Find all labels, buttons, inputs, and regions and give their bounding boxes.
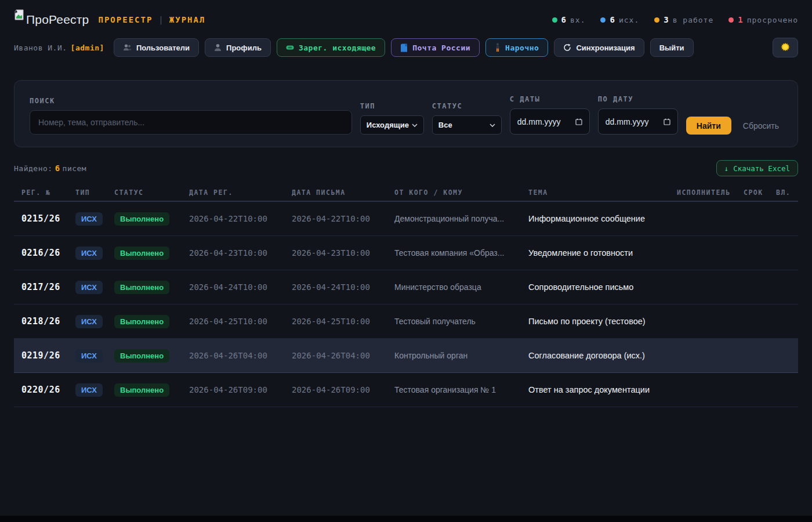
results-bar: Найдено:6писем ↓ Скачать Excel [14, 160, 798, 176]
type-badge: ИСХ [75, 349, 103, 362]
type-select-value: Исходящие [367, 121, 409, 129]
type-cell: ИСХ [75, 246, 114, 260]
calendar-icon [575, 118, 582, 125]
date-reg-cell: 2026-04-22T10:00 [189, 214, 292, 223]
date-letter-cell: 2026-04-26T09:00 [292, 385, 394, 394]
reset-button[interactable]: Сбросить [740, 117, 782, 135]
found-value: 6 [55, 164, 60, 173]
filter-panel: ПОИСК ТИП Исходящие СТАТУС Все С ДАТЫ [14, 80, 798, 147]
outgoing-capsule-icon [286, 45, 294, 50]
profile-button-label: Профиль [226, 44, 262, 52]
chevron-down-icon [412, 124, 418, 127]
blue-dot-icon [600, 17, 606, 23]
type-cell: ИСХ [75, 315, 114, 328]
table-row[interactable]: 0218/26 ИСХ Выполнено 2026-04-25T10:00 2… [14, 304, 798, 339]
header: ПроРеестр ПРОРЕЕСТР | ЖУРНАЛ 6 вх. 6 исх… [0, 0, 812, 29]
date-letter-cell: 2026-04-25T10:00 [292, 317, 394, 326]
status-cell: Выполнено [114, 246, 189, 260]
counter-outgoing-value: 6 [610, 15, 614, 24]
date-letter-cell: 2026-04-23T10:00 [292, 248, 394, 258]
register-outgoing-button[interactable]: Зарег. исходящее [277, 38, 385, 57]
table-row[interactable]: 0217/26 ИСХ Выполнено 2026-04-24T10:00 2… [14, 270, 798, 304]
date-to-value: dd.mm.yyyy [606, 117, 649, 126]
profile-button[interactable]: Профиль [205, 38, 271, 57]
status-select[interactable]: Все [432, 115, 502, 135]
users-button[interactable]: Пользователи [114, 38, 199, 57]
status-cell: Выполнено [114, 281, 189, 294]
type-cell: ИСХ [75, 281, 114, 294]
counter-outgoing-label: исх. [619, 16, 639, 24]
type-cell: ИСХ [75, 349, 114, 362]
reg-number-cell: 0216/26 [21, 248, 75, 258]
header-reg-number: РЕГ. № [21, 188, 75, 197]
search-input[interactable] [30, 110, 352, 135]
subject-cell: Сопроводительное письмо [528, 282, 677, 292]
table-body: 0215/26 ИСХ Выполнено 2026-04-22T10:00 2… [14, 202, 798, 407]
from-to-cell: Контрольный орган [394, 351, 528, 360]
table-row[interactable]: 0219/26 ИСХ Выполнено 2026-04-26T04:00 2… [14, 339, 798, 373]
subject-cell: Информационное сообщение [528, 214, 677, 223]
chevron-down-icon [490, 124, 495, 127]
theme-toggle-button[interactable] [773, 38, 798, 57]
toolbar: Иванов И.И.[admin] Пользователи Профиль … [0, 37, 812, 58]
counter-in-progress-label: в работе [673, 16, 714, 24]
users-button-label: Пользователи [136, 44, 190, 52]
counter-incoming: 6 вх. [552, 15, 586, 24]
sync-icon [563, 44, 571, 52]
counter-outgoing: 6 исх. [600, 15, 639, 24]
date-to-label: ПО ДАТУ [598, 95, 678, 103]
reg-number-cell: 0220/26 [21, 385, 75, 395]
find-button[interactable]: Найти [686, 117, 731, 135]
header-executor: ИСПОЛНИТЕЛЬ [677, 188, 744, 197]
date-from-input[interactable]: dd.mm.yyyy [510, 108, 590, 135]
sync-button-label: Синхронизация [576, 44, 635, 52]
table-header: РЕГ. № ТИП СТАТУС ДАТА РЕГ. ДАТА ПИСЬМА … [14, 184, 798, 202]
brand-separator: | [158, 15, 163, 24]
russian-post-button[interactable]: Почта России [391, 38, 480, 57]
type-label: ТИП [360, 102, 424, 110]
header-attachment: ВЛ. [776, 188, 798, 197]
counter-overdue-value: 1 [738, 15, 742, 24]
date-letter-cell: 2026-04-24T10:00 [292, 282, 394, 292]
reg-number-cell: 0218/26 [21, 316, 75, 327]
date-letter-cell: 2026-04-26T04:00 [292, 351, 394, 360]
brand: ПроРеестр ПРОРЕЕСТР | ЖУРНАЛ [14, 13, 205, 27]
date-reg-cell: 2026-04-26T09:00 [189, 385, 292, 394]
from-to-cell: Министерство образца [394, 282, 528, 292]
status-badge: Выполнено [114, 212, 169, 226]
type-badge: ИСХ [75, 281, 103, 294]
header-status: СТАТУС [114, 188, 189, 197]
status-badge: Выполнено [114, 246, 169, 260]
courier-person-icon [495, 43, 501, 52]
subject-cell: Согласование договора (исх.) [528, 351, 677, 360]
logout-button[interactable]: Выйти [650, 38, 694, 57]
reg-number-cell: 0219/26 [21, 350, 75, 361]
table-row[interactable]: 0215/26 ИСХ Выполнено 2026-04-22T10:00 2… [14, 202, 798, 236]
status-badge: Выполнено [114, 383, 169, 397]
app-root: ПроРеестр ПРОРЕЕСТР | ЖУРНАЛ 6 вх. 6 исх… [0, 0, 812, 516]
date-letter-cell: 2026-04-22T10:00 [292, 214, 394, 223]
courier-label: Нарочно [505, 44, 539, 52]
export-excel-button[interactable]: ↓ Скачать Excel [716, 160, 798, 176]
status-cell: Выполнено [114, 383, 189, 397]
status-badge: Выполнено [114, 315, 169, 328]
status-label: СТАТУС [432, 102, 502, 110]
type-badge: ИСХ [75, 246, 103, 260]
type-cell: ИСХ [75, 212, 114, 226]
table-row[interactable]: 0220/26 ИСХ Выполнено 2026-04-26T09:00 2… [14, 373, 798, 407]
header-type: ТИП [75, 188, 114, 197]
reg-number-cell: 0217/26 [21, 282, 75, 292]
date-to-input[interactable]: dd.mm.yyyy [598, 108, 678, 135]
courier-button[interactable]: Нарочно [485, 38, 548, 57]
logo-alt-text: ПроРеестр [26, 13, 89, 27]
profile-icon [214, 44, 222, 52]
type-select[interactable]: Исходящие [360, 115, 424, 135]
counter-incoming-label: вх. [570, 16, 585, 24]
user-name: Иванов И.И. [14, 44, 67, 52]
type-badge: ИСХ [75, 383, 103, 397]
date-reg-cell: 2026-04-23T10:00 [189, 248, 292, 258]
sync-button[interactable]: Синхронизация [554, 38, 644, 57]
table-row[interactable]: 0216/26 ИСХ Выполнено 2026-04-23T10:00 2… [14, 236, 798, 270]
register-outgoing-label: Зарег. исходящее [299, 44, 376, 52]
type-badge: ИСХ [75, 315, 103, 328]
